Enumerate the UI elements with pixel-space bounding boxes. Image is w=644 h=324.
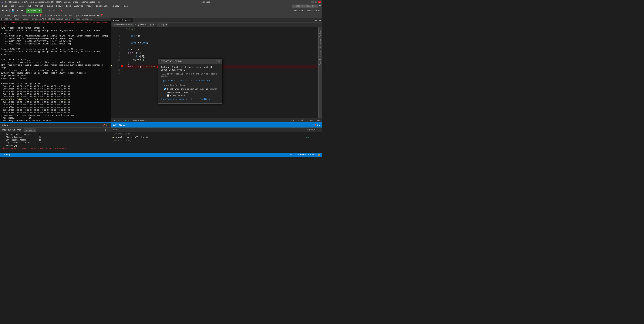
process-dropdown[interactable]: [18184] example1.exe bbox=[13, 14, 39, 17]
toolbar-forward[interactable]: ▶ bbox=[5, 9, 9, 13]
menu-debug[interactable]: Debug bbox=[55, 5, 64, 8]
exception-expand-button[interactable]: ⧉ bbox=[216, 60, 217, 63]
menu-extensions[interactable]: Extensions bbox=[94, 5, 110, 8]
menu-tools[interactable]: Tools bbox=[85, 5, 94, 8]
break-when-label: Break when this exception type is thrown bbox=[167, 88, 217, 90]
editor-settings-button[interactable]: ⚙ bbox=[318, 18, 322, 23]
exception-error-title: Address Sanitizer Error: Use of out-of-s… bbox=[161, 66, 219, 71]
output-clear-button[interactable]: 🗑 bbox=[104, 129, 106, 131]
output-pop-button[interactable]: ⧉ bbox=[106, 124, 107, 126]
callstack-content: [External Code] ▶ example1.exe!main() Li… bbox=[111, 132, 322, 153]
lifecycle-label: Lifecycle Events bbox=[44, 14, 64, 17]
output-close-button[interactable]: ✕ bbox=[108, 124, 109, 126]
tab-example1-cpp[interactable]: example1.cpp ✕ bbox=[111, 18, 133, 23]
menu-view[interactable]: View bbox=[18, 5, 26, 8]
search-box[interactable]: Search (Ctrl+Q) bbox=[292, 5, 318, 8]
terminal-line-3: #1 0x4685ab in _scrt_common_main_seh d:\… bbox=[1, 35, 110, 38]
live-share-button[interactable]: Live Share bbox=[293, 9, 305, 13]
toolbar-restart[interactable]: ↺ bbox=[55, 9, 59, 13]
exception-settings-header[interactable]: ▼ Exception Settings bbox=[161, 84, 219, 86]
output-panel-controls[interactable]: 📌 ⧉ ✕ bbox=[103, 124, 109, 126]
ln-9: 9 bbox=[114, 55, 120, 58]
col-name-header: Name bbox=[112, 129, 306, 131]
callstack-close-button[interactable]: ✕ bbox=[319, 124, 320, 126]
callstack-row-external-bottom[interactable]: [External Code] bbox=[112, 139, 320, 142]
break-when-checkbox[interactable] bbox=[164, 88, 166, 90]
menu-analyze[interactable]: Analyze bbox=[73, 5, 84, 8]
zoom-dropdown[interactable]: ▾ bbox=[120, 119, 122, 122]
file-selector[interactable]: Miscellaneous Files bbox=[112, 23, 134, 27]
callstack-row-external-top[interactable]: [External Code] bbox=[112, 132, 320, 136]
terminal-line-0: ==18184==ERROR: AddressSanitizer: stack-… bbox=[1, 22, 110, 27]
callstack-pop-button[interactable]: ⧉ bbox=[317, 124, 318, 126]
filter-item-checkbox[interactable] bbox=[167, 94, 169, 97]
output-source-dropdown[interactable]: Debug bbox=[24, 128, 36, 132]
add-source-control[interactable]: Add to Source Control bbox=[290, 153, 316, 156]
tab-close-icon[interactable]: ✕ bbox=[129, 19, 130, 21]
bp-empty-11 bbox=[121, 61, 124, 64]
toolbar-undo[interactable]: ↩ bbox=[16, 9, 20, 13]
terminal-shadow-4: 0x3014fef0: 00 00 00 00 00 00 00 00 00 0… bbox=[1, 93, 110, 96]
solution-explorer-tab[interactable]: Solution Explorer bbox=[318, 27, 322, 49]
menu-test[interactable]: Test bbox=[64, 5, 72, 8]
window-controls[interactable]: ─ □ ✕ bbox=[311, 1, 320, 4]
output-line-1: Intra object redzone: bb bbox=[2, 133, 109, 136]
team-explorer-tab[interactable]: Team Explorer bbox=[318, 49, 322, 67]
callstack-row-main[interactable]: ▶ example1.exe!main() Line 12 C++ bbox=[112, 136, 320, 139]
code-b-true: b = bbox=[136, 41, 142, 45]
process-label: Process: bbox=[2, 14, 12, 17]
breakpoint-gutter bbox=[121, 27, 124, 118]
ln-12: 12 bbox=[114, 65, 120, 68]
edit-conditions-link[interactable]: Edit Conditions bbox=[194, 98, 212, 100]
terminal-legend-hdr: Shadow byte legend (one shadow byte repr… bbox=[1, 114, 110, 117]
toolbar-step-out[interactable]: ↑ bbox=[52, 9, 55, 13]
terminal-shadow-9: 0x3014ff50: 00 00 00 00 00 00 00 00 00 0… bbox=[1, 109, 110, 112]
copy-details-link[interactable]: Copy Details bbox=[161, 80, 176, 82]
continue-button[interactable]: ▶ Continue ▾ bbox=[26, 9, 42, 13]
split-editor-button[interactable]: ⊞ bbox=[314, 18, 318, 23]
toolbar-back[interactable]: ◀ bbox=[1, 9, 4, 13]
terminal-line-5: #3 0x7777075f3 (C:\WINDOWS\SYSTEM32\ntdl… bbox=[1, 40, 110, 43]
zoom-level: 111 % bbox=[112, 119, 119, 122]
title-path: C:\MSDN\cpp-docs-pr\docs\c-language\ASAN… bbox=[4, 1, 100, 3]
toolbar-save[interactable]: 💾 bbox=[10, 9, 15, 13]
terminal-shadow-arrow: =>0x3014ff10:[f8]f8 f8 f3 f3 f3 f3 00 00… bbox=[1, 98, 110, 101]
callstack-controls[interactable]: 📌 ⧉ ✕ bbox=[314, 124, 320, 126]
toolbar-step-into[interactable]: ↓ bbox=[48, 9, 51, 13]
toolbar-stop[interactable]: ■ bbox=[60, 9, 63, 13]
maximize-button[interactable]: □ bbox=[314, 1, 317, 4]
toolbar-redo[interactable]: ↪ bbox=[20, 9, 24, 13]
menu-project[interactable]: Project bbox=[33, 5, 45, 8]
toolbar-step-over[interactable]: ↷ bbox=[44, 9, 48, 13]
num-1: 1 bbox=[143, 58, 144, 62]
close-button[interactable]: ✕ bbox=[318, 1, 320, 4]
scope-selector[interactable]: (Global Scope) bbox=[137, 23, 154, 27]
debug-bar: Process: [18184] example1.exe 🚩 Lifecycl… bbox=[0, 13, 322, 18]
callstack-pin-button[interactable]: 📌 bbox=[314, 124, 316, 126]
filter-item-label: example1.exe bbox=[170, 94, 185, 97]
ln-7: 7 bbox=[114, 48, 120, 51]
start-live-share-link[interactable]: Start Live Share session... bbox=[180, 80, 214, 82]
bp-empty-8 bbox=[121, 51, 124, 54]
menu-edit[interactable]: Edit bbox=[9, 5, 17, 8]
exception-header-controls[interactable]: ⧉ ✕ bbox=[216, 60, 220, 63]
exception-settings-title: Exception Settings bbox=[162, 84, 185, 86]
output-wrap-button[interactable]: ↵ bbox=[108, 129, 109, 131]
code-semi1: ; bbox=[147, 41, 148, 45]
terminal-shadow-6: 0x3014ff20: 00 00 00 00 00 00 00 00 00 0… bbox=[1, 101, 110, 104]
exception-close-button[interactable]: ✕ bbox=[218, 60, 220, 63]
menu-file[interactable]: File bbox=[1, 5, 9, 8]
menu-git[interactable]: Git bbox=[26, 5, 33, 8]
menu-window[interactable]: Window bbox=[110, 5, 121, 8]
thread-dropdown[interactable]: [24788] Main Thread bbox=[75, 14, 100, 17]
col-language-header: Language bbox=[306, 129, 320, 131]
issues-dot bbox=[124, 120, 126, 121]
open-exception-settings-link[interactable]: Open Exception Settings bbox=[161, 98, 189, 100]
func-selector[interactable]: main() bbox=[157, 23, 168, 27]
int-preview-button[interactable]: INT PREVIEW bbox=[306, 9, 321, 13]
line-numbers: 1 2 3 4 5 6 7 8 9 10 11 12 13 14 bbox=[114, 27, 121, 118]
minimize-button[interactable]: ─ bbox=[311, 1, 314, 4]
menu-help[interactable]: Help bbox=[122, 5, 129, 8]
menu-build[interactable]: Build bbox=[45, 5, 54, 8]
output-pin-button[interactable]: 📌 bbox=[103, 124, 105, 126]
